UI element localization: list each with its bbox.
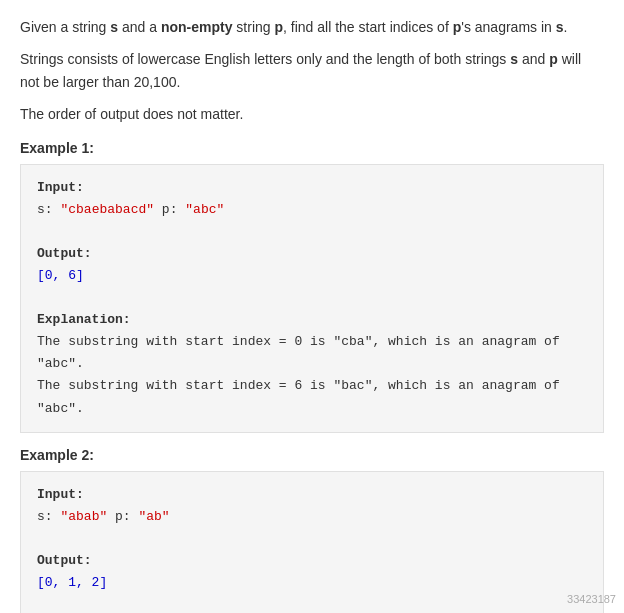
example-1-output-label: Output: bbox=[37, 243, 587, 265]
example-2-output-value: [0, 1, 2] bbox=[37, 572, 587, 594]
problem-description: Given a string s and a non-empty string … bbox=[20, 16, 604, 126]
example-1-input-label: Input: bbox=[37, 177, 587, 199]
example-2-block: Input: s: "abab" p: "ab" Output: [0, 1, … bbox=[20, 471, 604, 613]
example-1-section: Example 1: Input: s: "cbaebabacd" p: "ab… bbox=[20, 140, 604, 433]
example-2-input-label: Input: bbox=[37, 484, 587, 506]
example-2-label: Example 2: bbox=[20, 447, 604, 463]
constraints-text: Strings consists of lowercase English le… bbox=[20, 48, 604, 93]
example-1-explanation-label: Explanation: bbox=[37, 309, 587, 331]
example-2-output-label: Output: bbox=[37, 550, 587, 572]
example-1-label: Example 1: bbox=[20, 140, 604, 156]
watermark: 33423187 bbox=[567, 593, 616, 605]
example-1-input-s: s: "cbaebabacd" p: "abc" bbox=[37, 199, 587, 221]
example-2-section: Example 2: Input: s: "abab" p: "ab" Outp… bbox=[20, 447, 604, 613]
example-1-explanation-line-1: The substring with start index = 0 is "c… bbox=[37, 331, 587, 375]
intro-text: Given a string s and a non-empty string … bbox=[20, 16, 604, 38]
example-1-explanation-line-2: The substring with start index = 6 is "b… bbox=[37, 375, 587, 419]
example-1-block: Input: s: "cbaebabacd" p: "abc" Output: … bbox=[20, 164, 604, 433]
example-2-input-s: s: "abab" p: "ab" bbox=[37, 506, 587, 528]
order-note-text: The order of output does not matter. bbox=[20, 103, 604, 125]
example-1-output-value: [0, 6] bbox=[37, 265, 587, 287]
